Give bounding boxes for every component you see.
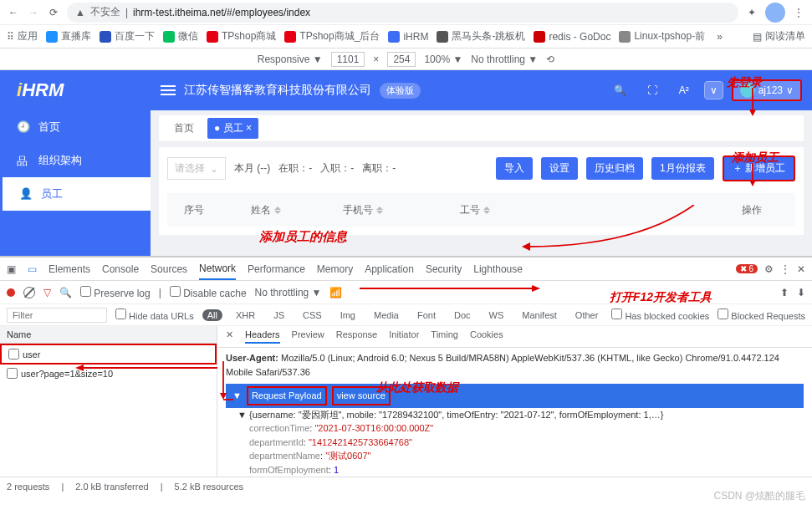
pill-img[interactable]: Img — [335, 309, 360, 321]
clear-icon[interactable] — [23, 287, 35, 298]
th-num[interactable]: 工号 — [443, 203, 560, 217]
th-phone[interactable]: 手机号 — [326, 203, 443, 217]
tab-network[interactable]: Network — [199, 263, 236, 280]
tab-console[interactable]: Console — [102, 263, 139, 275]
pill-xhr[interactable]: XHR — [231, 309, 260, 321]
preserve-log-checkbox[interactable]: Preserve log — [80, 286, 151, 299]
inspect-icon[interactable]: ▣ — [7, 263, 16, 275]
detail-tab-response[interactable]: Response — [336, 329, 378, 344]
detail-tab-preview[interactable]: Preview — [292, 329, 324, 344]
bookmark-item[interactable]: TPshop商城_后台 — [284, 29, 380, 43]
request-row[interactable]: user — [0, 344, 217, 365]
bookmark-item[interactable]: iHRM — [388, 31, 428, 43]
pill-doc[interactable]: Doc — [449, 309, 476, 321]
close-icon[interactable]: ✕ — [797, 263, 805, 275]
back-icon[interactable]: ← — [7, 6, 20, 19]
detail-body: User-Agent: Mozilla/5.0 (Linux; Android … — [217, 348, 812, 477]
reading-list-button[interactable]: ▤ 阅读清单 — [753, 29, 805, 43]
reload-icon[interactable]: ⟳ — [47, 6, 60, 19]
pill-js[interactable]: JS — [268, 309, 289, 321]
record-icon[interactable] — [7, 288, 15, 297]
tab-home[interactable]: 首页 — [167, 118, 201, 139]
user-chip[interactable]: aj123 ∨ — [732, 79, 802, 101]
filter-icon[interactable]: ▽ — [43, 287, 51, 298]
tab-employee[interactable]: ● 员工 × — [207, 118, 258, 139]
url-bar[interactable]: ▲ 不安全 | ihrm-test.itheima.net/#/employee… — [67, 3, 738, 23]
request-payload-header[interactable]: ▼ Request Payload view source — [226, 384, 804, 408]
add-employee-button[interactable]: ＋ 新增员工 — [723, 156, 795, 181]
request-row[interactable]: user?page=1&size=10 — [0, 365, 217, 382]
pill-css[interactable]: CSS — [298, 309, 327, 321]
pill-other[interactable]: Other — [570, 309, 604, 321]
kebab-menu-icon[interactable]: ⋮ — [780, 263, 790, 275]
history-button[interactable]: 历史归档 — [586, 157, 643, 180]
hide-data-urls-checkbox[interactable]: Hide data URLs — [115, 308, 194, 321]
detail-tab-headers[interactable]: Headers — [245, 329, 280, 344]
settings-button[interactable]: 设置 — [541, 157, 578, 180]
pill-all[interactable]: All — [202, 309, 222, 321]
upload-icon[interactable]: ⬆ — [780, 287, 789, 298]
forward-icon[interactable]: → — [27, 6, 40, 19]
detail-tab-timing[interactable]: Timing — [431, 329, 458, 344]
profile-avatar[interactable] — [765, 3, 785, 23]
onjob-label: 在职：- — [278, 161, 312, 176]
sort-icon — [274, 203, 281, 217]
zoom-select[interactable]: 100% ▼ — [424, 54, 462, 65]
tab-application[interactable]: Application — [365, 263, 414, 275]
pill-ws[interactable]: WS — [484, 309, 509, 321]
rotate-icon[interactable]: ⟲ — [546, 54, 554, 65]
wifi-icon[interactable]: 📶 — [329, 287, 342, 298]
tab-lighthouse[interactable]: Lighthouse — [473, 263, 523, 275]
view-source-link[interactable]: view source — [332, 386, 391, 405]
gear-icon[interactable]: ⚙ — [764, 263, 774, 275]
detail-tab-cookies[interactable]: Cookies — [470, 329, 503, 344]
bookmark-item[interactable]: 百度一下 — [100, 29, 155, 43]
pill-manifest[interactable]: Manifest — [517, 309, 562, 321]
filter-input[interactable] — [7, 308, 107, 323]
detail-close-icon[interactable]: ✕ — [226, 329, 233, 344]
tab-sources[interactable]: Sources — [151, 263, 187, 275]
bookmark-item[interactable]: redis - GoDoc — [534, 31, 610, 43]
device-toggle-icon[interactable]: ▭ — [28, 263, 37, 275]
tab-memory[interactable]: Memory — [317, 263, 353, 275]
download-icon[interactable]: ⬇ — [797, 287, 805, 298]
hamburger-icon[interactable] — [161, 85, 176, 95]
error-count[interactable]: ✖ 6 — [736, 264, 758, 273]
search-icon[interactable]: 🔍 — [609, 79, 632, 102]
width-input[interactable]: 1101 — [331, 52, 365, 67]
device-mode-select[interactable]: Responsive ▼ — [258, 54, 323, 65]
tab-security[interactable]: Security — [426, 263, 462, 275]
bookmark-item[interactable]: 黑马头条-跳板机 — [437, 29, 525, 43]
name-column-header[interactable]: Name — [0, 326, 217, 344]
lang-icon[interactable]: A² — [672, 79, 696, 102]
throttle-select[interactable]: No throttling ▼ — [255, 287, 322, 298]
bookmark-item[interactable]: Linux-tpshop-前 — [619, 29, 705, 43]
extension-icon[interactable]: ✦ — [745, 6, 758, 19]
bookmark-item[interactable]: 直播库 — [46, 29, 91, 43]
bookmark-item[interactable]: TPshop商城 — [207, 29, 276, 43]
search-icon[interactable]: 🔍 — [59, 287, 72, 298]
sidebar-item-employee[interactable]: 👤员工 — [0, 177, 151, 211]
tab-elements[interactable]: Elements — [49, 263, 90, 275]
pill-font[interactable]: Font — [412, 309, 441, 321]
blocked-cookies-checkbox[interactable]: Has blocked cookies — [611, 308, 709, 321]
filter-select[interactable]: 请选择 ⌄ — [167, 157, 226, 180]
sidebar-item-home[interactable]: 🕘首页 — [0, 110, 151, 144]
height-input[interactable]: 254 — [387, 52, 416, 67]
kebab-menu-icon[interactable]: ⋮ — [792, 6, 805, 19]
bookmark-item[interactable]: 微信 — [163, 29, 198, 43]
import-button[interactable]: 导入 — [496, 157, 533, 180]
disable-cache-checkbox[interactable]: Disable cache — [170, 286, 247, 299]
dropdown-button[interactable]: ∨ — [704, 81, 723, 99]
jan-report-button[interactable]: 1月份报表 — [651, 157, 714, 180]
fullscreen-icon[interactable]: ⛶ — [641, 79, 664, 102]
throttle-select[interactable]: No throttling ▼ — [471, 54, 538, 65]
detail-tab-initiator[interactable]: Initiator — [389, 329, 419, 344]
blocked-requests-checkbox[interactable]: Blocked Requests — [718, 308, 805, 321]
filter-toolbar: 请选择 ⌄ 本月 (--) 在职：- 入职：- 离职：- 导入 设置 历史归档 … — [167, 156, 795, 181]
tab-performance[interactable]: Performance — [248, 263, 305, 275]
pill-media[interactable]: Media — [369, 309, 404, 321]
sidebar-item-org[interactable]: 品组织架构 — [0, 144, 151, 177]
th-name[interactable]: 姓名 — [234, 203, 326, 217]
apps-button[interactable]: ⠿ 应用 — [7, 29, 38, 43]
